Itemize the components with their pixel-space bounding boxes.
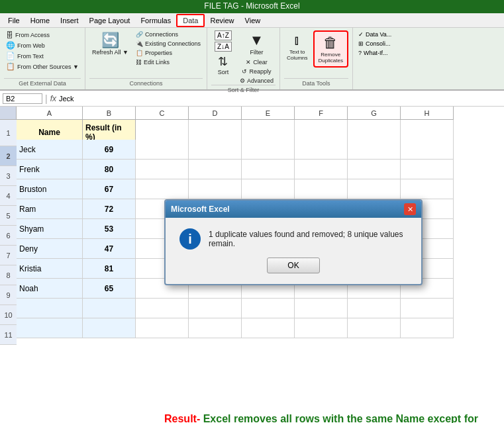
name-cell[interactable]: Kristia <box>17 259 83 279</box>
name-cell[interactable]: Noah <box>17 279 83 299</box>
col-header-d[interactable]: D <box>189 107 242 120</box>
advanced-button[interactable]: ⚙ Advanced <box>238 77 276 85</box>
empty-cell-d[interactable] <box>189 140 242 160</box>
dialog-close-button[interactable]: ✕ <box>404 203 416 215</box>
reapply-button[interactable]: ↺ Reapply <box>240 68 273 75</box>
empty-cell-e[interactable] <box>242 160 295 179</box>
empty-cell-g[interactable] <box>348 299 401 318</box>
result-cell[interactable]: 72 <box>83 199 136 219</box>
empty-cell-b[interactable] <box>83 318 136 338</box>
consolidate-button[interactable]: ⊞ Consoli... <box>357 40 393 48</box>
sort-za-button[interactable]: Z↓A <box>215 42 232 52</box>
empty-cell-h[interactable] <box>401 318 454 338</box>
menu-data[interactable]: Data <box>176 14 205 27</box>
name-cell[interactable]: Frenk <box>17 160 83 179</box>
formula-input[interactable] <box>59 95 501 103</box>
name-box[interactable] <box>3 93 42 104</box>
existing-connections-button[interactable]: 🔌 Existing Connections <box>134 40 203 48</box>
result-cell[interactable]: 69 <box>83 140 136 160</box>
name-cell[interactable]: Shyam <box>17 219 83 239</box>
properties-button[interactable]: 📋 Properties <box>134 49 203 57</box>
dialog-ok-button[interactable]: OK <box>267 258 319 273</box>
result-cell[interactable]: 81 <box>83 259 136 279</box>
row-num-11[interactable]: 11 <box>0 325 17 345</box>
col-header-f[interactable]: F <box>295 107 348 120</box>
empty-cell-c[interactable] <box>136 299 189 318</box>
col-header-a[interactable]: A <box>17 107 83 120</box>
menu-view[interactable]: View <box>240 15 266 26</box>
data-validation-button[interactable]: ✓ Data Va... <box>357 30 393 38</box>
empty-cell-d[interactable] <box>189 318 242 338</box>
edit-links-button[interactable]: ⛓ Edit Links <box>134 58 203 66</box>
col-header-h[interactable]: H <box>401 107 454 120</box>
col-header-e[interactable]: E <box>242 107 295 120</box>
empty-cell-e[interactable] <box>242 179 295 199</box>
menu-review[interactable]: Review <box>205 15 239 26</box>
empty-cell-e[interactable] <box>242 299 295 318</box>
from-access-button[interactable]: 🗄 From Access <box>4 30 81 40</box>
empty-cell-g[interactable] <box>348 140 401 160</box>
empty-cell-f[interactable] <box>295 299 348 318</box>
empty-cell-g[interactable] <box>348 179 401 199</box>
empty-cell-f[interactable] <box>295 160 348 179</box>
name-cell[interactable]: Jeck <box>17 140 83 160</box>
empty-cell-e[interactable] <box>242 318 295 338</box>
result-cell[interactable]: 80 <box>83 160 136 179</box>
empty-cell-f[interactable] <box>295 318 348 338</box>
row-num-2[interactable]: 2 <box>0 146 17 166</box>
result-cell[interactable]: 47 <box>83 239 136 259</box>
menu-home[interactable]: Home <box>25 15 55 26</box>
row-num-8[interactable]: 8 <box>0 265 17 285</box>
empty-cell-f[interactable] <box>295 179 348 199</box>
clear-button[interactable]: ✕ Clear <box>244 58 270 66</box>
name-cell[interactable]: Deny <box>17 239 83 259</box>
empty-cell-f[interactable] <box>295 140 348 160</box>
result-cell[interactable]: 53 <box>83 219 136 239</box>
row-num-6[interactable]: 6 <box>0 226 17 246</box>
empty-cell-e[interactable] <box>242 140 295 160</box>
empty-cell-h[interactable] <box>401 140 454 160</box>
result-cell[interactable]: 65 <box>83 279 136 299</box>
text-to-columns-button[interactable]: ⫾ Text toColumns <box>284 30 311 62</box>
name-cell[interactable]: Ram <box>17 199 83 219</box>
refresh-all-button[interactable]: 🔄 Refresh All ▼ <box>89 30 131 57</box>
remove-duplicates-button[interactable]: 🗑 RemoveDuplicates <box>313 30 348 68</box>
name-cell[interactable]: Bruston <box>17 179 83 199</box>
connections-button[interactable]: 🔗 Connections <box>134 30 203 38</box>
sort-button[interactable]: ⇅ Sort <box>211 53 235 77</box>
empty-cell-g[interactable] <box>348 318 401 338</box>
empty-cell-c[interactable] <box>136 140 189 160</box>
menu-page-layout[interactable]: Page Layout <box>84 15 136 26</box>
empty-cell-a[interactable] <box>17 299 83 318</box>
menu-formulas[interactable]: Formulas <box>135 15 176 26</box>
row-num-3[interactable]: 3 <box>0 166 17 186</box>
empty-cell-d[interactable] <box>189 160 242 179</box>
empty-cell-h[interactable] <box>401 299 454 318</box>
col-header-b[interactable]: B <box>83 107 136 120</box>
row-num-1[interactable]: 1 <box>0 120 17 146</box>
from-other-button[interactable]: 📋 From Other Sources ▼ <box>4 62 81 71</box>
row-num-10[interactable]: 10 <box>0 305 17 325</box>
empty-cell-c[interactable] <box>136 318 189 338</box>
menu-insert[interactable]: Insert <box>55 15 84 26</box>
empty-cell-d[interactable] <box>189 299 242 318</box>
empty-cell-a[interactable] <box>17 318 83 338</box>
from-web-button[interactable]: 🌐 From Web <box>4 40 81 50</box>
row-num-4[interactable]: 4 <box>0 186 17 206</box>
sort-az-button[interactable]: A↑Z <box>215 30 232 40</box>
empty-cell-h[interactable] <box>401 179 454 199</box>
what-if-button[interactable]: ? What-If... <box>357 49 393 57</box>
row-num-5[interactable]: 5 <box>0 206 17 226</box>
empty-cell-b[interactable] <box>83 299 136 318</box>
row-num-9[interactable]: 9 <box>0 285 17 305</box>
empty-cell-c[interactable] <box>136 160 189 179</box>
col-header-c[interactable]: C <box>136 107 189 120</box>
empty-cell-d[interactable] <box>189 179 242 199</box>
filter-button[interactable]: ▼ Filter <box>244 30 268 57</box>
empty-cell-g[interactable] <box>348 160 401 179</box>
empty-cell-h[interactable] <box>401 160 454 179</box>
col-header-g[interactable]: G <box>348 107 401 120</box>
row-num-7[interactable]: 7 <box>0 246 17 265</box>
menu-file[interactable]: File <box>3 15 25 26</box>
result-cell[interactable]: 67 <box>83 179 136 199</box>
